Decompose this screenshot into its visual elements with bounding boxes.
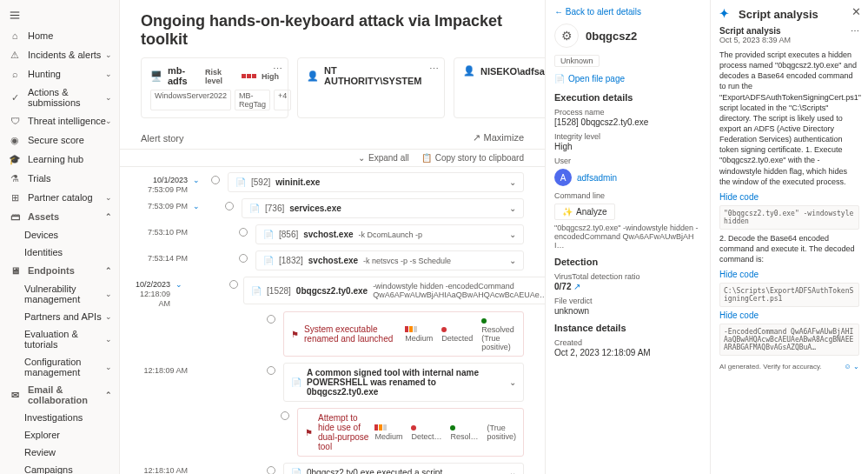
process-name: services.exe: [289, 204, 341, 213]
nav-actions[interactable]: ✓Actions & submissions⌄: [0, 83, 119, 111]
chevron-icon[interactable]: [193, 224, 203, 228]
expand-icon[interactable]: ⌄: [509, 177, 516, 187]
expand-all-button[interactable]: ⌄ Expand all: [358, 153, 409, 163]
nav-learning[interactable]: 🎓Learning hub: [0, 150, 119, 169]
nav-config[interactable]: Configuration management⌄: [0, 353, 119, 381]
process-name: svchost.exe: [303, 230, 353, 239]
pid: [856]: [279, 230, 298, 239]
chevron-icon[interactable]: [193, 408, 203, 411]
field-label: VirusTotal detection ratio: [554, 272, 701, 281]
nav-threat[interactable]: 🛡Threat intelligence⌄: [0, 111, 119, 130]
partner-icon: ⊞: [9, 191, 21, 204]
card-title: NISEKO\adfsadmin: [480, 66, 545, 77]
user-card[interactable]: 👤NT AUTHORITY\SYSTEM ⋯: [297, 57, 445, 118]
analysis-body: The provided script executes a hidden pr…: [719, 50, 859, 187]
nav-assets[interactable]: 🗃Assets⌃: [0, 207, 119, 226]
back-link[interactable]: ← Back to alert details: [554, 7, 701, 17]
process-item[interactable]: 📄[856] svchost.exe -k DcomLaunch -p⌄: [255, 224, 524, 244]
nav-label: Campaigns: [24, 464, 73, 474]
tag[interactable]: +4: [274, 90, 291, 110]
ai-disclaimer: AI generated. Verify for accuracy.: [719, 363, 822, 371]
nav-identities[interactable]: Identities: [0, 244, 119, 261]
expand-icon[interactable]: ⌄: [509, 256, 516, 265]
chevron-icon[interactable]: ⌄: [176, 277, 182, 289]
nav-secure[interactable]: ◉Secure score: [0, 130, 119, 150]
expand-icon[interactable]: ⌄: [509, 377, 516, 387]
copy-story-button[interactable]: 📋 Copy story to clipboard: [421, 153, 524, 163]
user-card[interactable]: 👤NISEKO\adfsadmin ⋯: [454, 57, 545, 118]
more-icon[interactable]: ⋯: [851, 26, 859, 36]
timeline-row: ⚑Attempt to hide use of dual-purpose too…: [136, 406, 524, 461]
nav-email[interactable]: ✉Email & collaboration⌃: [0, 381, 119, 409]
chevron-down-icon: ⌄: [105, 335, 112, 344]
close-icon[interactable]: ✕: [851, 5, 861, 18]
process-item[interactable]: 📄0bqgcsz2.ty0.exe executed a script⌄: [283, 463, 524, 474]
chevron-icon[interactable]: ⌄: [193, 172, 203, 184]
hamburger-icon[interactable]: [0, 5, 119, 26]
field-label: Created: [554, 338, 701, 347]
nav-trials[interactable]: ⚗Trials: [0, 169, 119, 188]
file-icon: 📄: [263, 230, 274, 239]
file-name: 0bqgcsz2: [586, 30, 637, 43]
process-item[interactable]: 📄A common signed tool with internal name…: [283, 363, 524, 402]
analyze-button[interactable]: ✨ Analyze: [554, 204, 615, 220]
chevron-icon[interactable]: [193, 463, 203, 466]
nav-vuln[interactable]: Vulnerability management⌄: [0, 280, 119, 308]
timeline-row: 12:18:10 AM📄0bqgcsz2.ty0.exe executed a …: [136, 461, 524, 474]
tag: WindowsServer2022: [150, 90, 231, 110]
nav-incidents[interactable]: ⚠Incidents & alerts⌄: [0, 45, 119, 64]
hide-code-link[interactable]: Hide code: [719, 192, 759, 202]
nav-label: Email & collaboration: [28, 384, 110, 405]
expand-icon[interactable]: ⌄: [509, 230, 516, 239]
process-item[interactable]: 📄[1528] 0bqgcsz2.ty0.exe -windowstyle hi…: [243, 277, 545, 304]
nav-partners-apis[interactable]: Partners and APIs⌄: [0, 308, 119, 325]
card-title: NT AUTHORITY\SYSTEM: [324, 65, 435, 86]
chevron-down-icon: ⌄: [105, 117, 112, 125]
chevron-icon[interactable]: [193, 311, 203, 315]
file-icon: 📄: [291, 468, 301, 474]
nav-devices[interactable]: Devices: [0, 226, 119, 244]
chevron-icon[interactable]: [193, 363, 203, 366]
nav-eval[interactable]: Evaluation & tutorials⌄: [0, 325, 119, 353]
more-icon[interactable]: ⋯: [273, 63, 282, 75]
severity-dots: [242, 74, 256, 78]
nav-endpoints[interactable]: 🖥Endpoints⌃: [0, 261, 119, 280]
hide-code-link[interactable]: Hide code: [719, 270, 759, 279]
nav-hunting[interactable]: ⌕Hunting⌄: [0, 64, 119, 83]
maximize-link[interactable]: ↗ Maximize: [473, 132, 524, 144]
nav-investigations[interactable]: Investigations: [0, 409, 119, 426]
process-item[interactable]: 📄[1832] svchost.exe -k netsvcs -p -s Sch…: [255, 250, 524, 270]
home-icon: ⌂: [9, 30, 21, 42]
nav-home[interactable]: ⌂Home: [0, 26, 119, 45]
alert-item[interactable]: ⚑Attempt to hide use of dual-purpose too…: [297, 408, 524, 457]
field-label: Integrity level: [554, 132, 701, 141]
nav-label: Partners and APIs: [24, 311, 102, 322]
expand-icon[interactable]: ⌄: [509, 204, 516, 213]
alert-icon: ⚑: [291, 330, 299, 339]
nav-campaigns[interactable]: Campaigns: [0, 461, 119, 474]
sidebar: ⌂Home ⚠Incidents & alerts⌄ ⌕Hunting⌄ ✓Ac…: [0, 0, 120, 474]
process-item[interactable]: 📄[592] wininit.exe ⌄: [228, 172, 524, 192]
process-item[interactable]: 📄[736] services.exe ⌄: [242, 198, 524, 218]
chevron-icon[interactable]: ⌄: [193, 198, 203, 210]
external-link-icon[interactable]: ↗: [573, 282, 580, 291]
nav-explorer[interactable]: Explorer: [0, 426, 119, 444]
alert-item[interactable]: ⚑System executable renamed and launched …: [283, 311, 524, 357]
open-file-link[interactable]: 📄 Open file page: [554, 74, 701, 83]
more-icon[interactable]: ⋯: [429, 63, 439, 75]
pid: [592]: [251, 177, 270, 187]
file-icon: 📄: [263, 256, 274, 265]
section-header: Detection: [554, 257, 701, 267]
nav-partner[interactable]: ⊞Partner catalog⌄: [0, 188, 119, 207]
user-link[interactable]: adfsadmin: [577, 173, 617, 183]
nav-review[interactable]: Review: [0, 444, 119, 461]
device-card[interactable]: 🖥️mb-adfs Risk level High WindowsServer2…: [141, 57, 288, 118]
feedback-icon[interactable]: ☺ ⌄: [845, 363, 859, 371]
chevron-down-icon: ⌄: [105, 70, 112, 78]
timeline-row: 10/2/202312:18:09 AM⌄📄[1528] 0bqgcsz2.ty…: [136, 275, 524, 310]
hide-code-link[interactable]: Hide code: [719, 310, 759, 320]
nav-label: Devices: [24, 230, 58, 240]
chevron-icon[interactable]: [193, 250, 203, 254]
expand-icon[interactable]: ⌄: [509, 468, 516, 474]
process-args: -windowstyle hidden -encodedCommand QwA6…: [373, 282, 545, 299]
